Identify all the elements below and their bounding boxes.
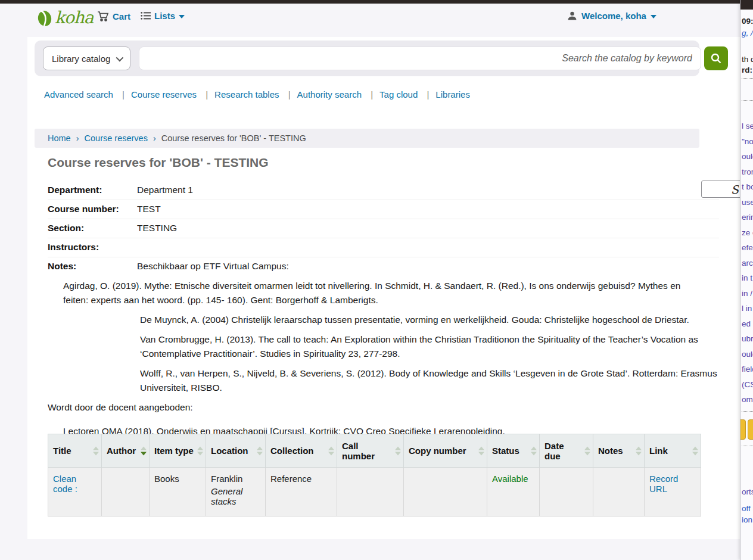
citation: Agirdag, O. (2019). Mythe: Etnische dive… bbox=[63, 279, 686, 307]
breadcrumb-separator bbox=[148, 133, 161, 143]
detail-label: Section: bbox=[48, 223, 137, 234]
cart-button[interactable]: Cart bbox=[97, 11, 130, 22]
lists-icon bbox=[141, 11, 151, 20]
window-text-fragment: rd: bbox=[742, 66, 752, 74]
window-link-fragment: ze o bbox=[742, 228, 753, 237]
nav-libraries[interactable]: Libraries bbox=[420, 89, 469, 99]
nav-tag-cloud[interactable]: Tag cloud bbox=[364, 89, 418, 99]
background-window-titlebar bbox=[740, 0, 753, 10]
record-url-link[interactable]: Record URL bbox=[649, 474, 678, 494]
divider bbox=[742, 100, 753, 101]
detail-row-section: Section: TESTING bbox=[48, 219, 719, 238]
search-input[interactable] bbox=[139, 46, 701, 70]
detail-value: TEST bbox=[137, 204, 161, 214]
detail-row-notes: Notes: Beschikbaar op ETF Virtual Campus… bbox=[48, 257, 719, 276]
table-row: Clean code : Books Franklin General stac… bbox=[48, 468, 701, 517]
detail-label: Notes: bbox=[48, 261, 137, 272]
cart-label: Cart bbox=[113, 11, 130, 21]
column-header-author[interactable]: Author bbox=[102, 434, 150, 468]
search-submit-button[interactable] bbox=[704, 46, 728, 70]
search-type-label: Library catalog bbox=[52, 54, 110, 64]
window-button[interactable] bbox=[748, 419, 753, 440]
window-link-fragment: "not bbox=[742, 137, 753, 146]
window-link-fragment: t bo bbox=[742, 182, 753, 191]
window-link-fragment: (CS bbox=[742, 380, 753, 389]
window-link-fragment: orts bbox=[742, 487, 753, 496]
cart-icon bbox=[97, 11, 109, 22]
window-link-fragment: off l bbox=[742, 504, 753, 513]
user-menu[interactable]: Welcome, koha bbox=[567, 11, 656, 21]
window-link-fragment: ering bbox=[742, 213, 753, 222]
column-header-collection[interactable]: Collection bbox=[266, 434, 337, 468]
window-text-fragment: th d bbox=[742, 55, 753, 64]
koha-leaf-icon bbox=[36, 7, 54, 27]
sort-icons bbox=[692, 446, 698, 455]
sort-icons bbox=[584, 446, 590, 455]
column-header-link[interactable]: Link bbox=[645, 434, 701, 468]
table-filter-input[interactable] bbox=[701, 181, 743, 198]
background-window[interactable]: 09: g, / th d rd: l se "not ould tron t … bbox=[740, 0, 753, 560]
table-header-row: Title Author Item type Location Collecti… bbox=[48, 434, 701, 468]
window-link-fragment: l se bbox=[742, 122, 753, 130]
page-title: Course reserves for 'BOB' - TESTING bbox=[48, 155, 269, 170]
column-header-copy-number[interactable]: Copy number bbox=[404, 434, 487, 468]
window-text-fragment: 09: bbox=[742, 17, 753, 26]
window-link-fragment: tron bbox=[742, 167, 753, 176]
nav-research-tables[interactable]: Research tables bbox=[199, 89, 279, 99]
reserves-table: Title Author Item type Location Collecti… bbox=[48, 434, 701, 517]
nav-authority-search[interactable]: Authority search bbox=[282, 89, 362, 99]
cell-call-number bbox=[337, 468, 404, 517]
breadcrumb-course-reserves[interactable]: Course reserves bbox=[85, 133, 148, 143]
window-link-fragment: field bbox=[742, 365, 753, 374]
main-content: Library catalog Advanced search Course r… bbox=[27, 37, 740, 539]
sort-icons bbox=[636, 446, 642, 455]
koha-logo[interactable]: koha bbox=[36, 7, 94, 27]
column-header-item-type[interactable]: Item type bbox=[150, 434, 206, 468]
search-icon bbox=[710, 52, 722, 64]
window-link-fragment: in / bbox=[742, 289, 752, 298]
breadcrumb-home[interactable]: Home bbox=[48, 133, 71, 143]
sort-icons bbox=[257, 446, 263, 455]
window-text-fragment: g, / bbox=[742, 29, 753, 38]
window-link-fragment: arch bbox=[742, 259, 753, 267]
nav-course-reserves[interactable]: Course reserves bbox=[116, 89, 197, 99]
site-header: koha Cart Lists bbox=[0, 4, 740, 37]
chevron-down-icon bbox=[651, 15, 656, 18]
column-header-title[interactable]: Title bbox=[48, 434, 102, 468]
column-header-status[interactable]: Status bbox=[487, 434, 540, 468]
cell-author bbox=[102, 468, 150, 517]
detail-row-course-number: Course number: TEST bbox=[48, 200, 719, 219]
sort-icons bbox=[478, 446, 484, 455]
location-name: Franklin bbox=[211, 474, 260, 484]
window-link-fragment: ion bbox=[742, 515, 752, 524]
lists-button[interactable]: Lists bbox=[141, 11, 185, 21]
window-link-fragment: om bbox=[742, 395, 753, 404]
course-details: Department: Department 1 Course number: … bbox=[48, 181, 719, 276]
divider bbox=[742, 411, 753, 412]
cell-status: Available bbox=[487, 468, 540, 517]
detail-label: Course number: bbox=[48, 204, 137, 214]
citation: Van Crombrugge, H. (2013). The call to t… bbox=[140, 332, 740, 361]
window-link-fragment: use bbox=[742, 198, 753, 207]
sort-icons bbox=[197, 446, 203, 455]
citation: Wolff, R., van Herpen, S., Nijveld, B. &… bbox=[140, 366, 740, 395]
window-link-fragment: ed n bbox=[742, 319, 753, 328]
column-header-location[interactable]: Location bbox=[206, 434, 266, 468]
column-header-call-number[interactable]: Call number bbox=[337, 434, 404, 468]
divider bbox=[742, 446, 753, 446]
title-link[interactable]: Clean code : bbox=[53, 474, 77, 494]
window-button[interactable] bbox=[740, 419, 746, 440]
window-link-fragment: in t bbox=[742, 273, 752, 282]
welcome-label: Welcome, koha bbox=[581, 11, 646, 21]
search-type-dropdown[interactable]: Library catalog bbox=[43, 46, 130, 70]
cell-collection: Reference bbox=[266, 468, 337, 517]
sort-icons bbox=[328, 446, 334, 455]
column-header-notes[interactable]: Notes bbox=[593, 434, 645, 468]
nav-advanced-search[interactable]: Advanced search bbox=[44, 89, 113, 99]
cell-date-due bbox=[540, 468, 593, 517]
status-badge: Available bbox=[492, 474, 528, 484]
column-header-date-due[interactable]: Date due bbox=[540, 434, 593, 468]
divider bbox=[742, 78, 753, 79]
detail-label: Instructors: bbox=[48, 242, 137, 253]
breadcrumb: HomeCourse reservesCourse reserves for '… bbox=[35, 129, 699, 148]
